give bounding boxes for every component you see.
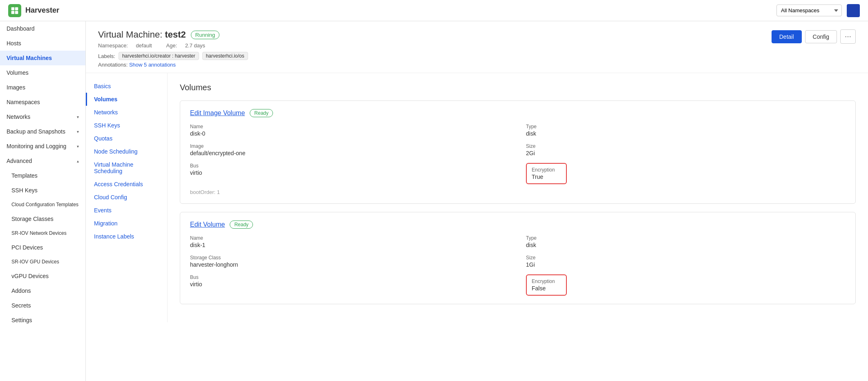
tab-instance-labels[interactable]: Instance Labels [86,230,167,243]
sidebar: Dashboard Hosts Virtual Machines Volumes… [0,21,86,381]
labels-prefix: Labels: [98,53,115,59]
sidebar-item-addons[interactable]: Addons [0,283,85,298]
volume-card-2-header: Edit Volume Ready [190,221,846,229]
labels-row: Labels: harvesterhci.io/creator : harves… [98,52,248,60]
page-header: Virtual Machine: test2 Running Namespace… [86,21,868,73]
tab-menu: Basics Volumes Networks SSH Keys Quotas … [86,73,168,322]
chevron-down-icon: ▾ [77,115,79,119]
main-content: Virtual Machine: test2 Running Namespace… [86,21,868,381]
sidebar-item-backup-snapshots[interactable]: Backup and Snapshots ▾ [0,124,85,139]
sidebar-item-secrets[interactable]: Secrets [0,298,85,313]
more-options-button[interactable]: ⋯ [840,29,856,44]
content-area: Basics Volumes Networks SSH Keys Quotas … [86,73,868,322]
volume-card-2-title[interactable]: Edit Volume [190,221,225,228]
app-body: Dashboard Hosts Virtual Machines Volumes… [0,21,868,381]
field-bus-2: Bus virtio [190,274,510,296]
volumes-title: Volumes [180,83,856,92]
page-header-right: Detail Config ⋯ [772,29,856,44]
volume-card-1-status: Ready [250,109,273,117]
app-logo [8,4,21,17]
detail-button[interactable]: Detail [772,30,802,43]
namespace-label: Namespace: default [98,42,159,49]
tab-vm-scheduling[interactable]: Virtual Machine Scheduling [86,158,167,178]
page-title: Virtual Machine: test2 [98,29,186,40]
topbar-left: Harvester [8,4,59,17]
sidebar-item-sr-iov-network-devices[interactable]: SR-IOV Network Devices [0,226,85,240]
sidebar-item-monitoring-logging[interactable]: Monitoring and Logging ▾ [0,139,85,154]
encryption-highlight-2: Encryption False [526,274,567,296]
sidebar-item-ssh-keys[interactable]: SSH Keys [0,183,85,198]
field-storage-class-2: Storage Class harvester-longhorn [190,255,510,268]
app-title: Harvester [25,6,59,15]
chevron-up-icon: ▴ [77,159,79,163]
show-annotations-link[interactable]: Show 5 annotations [129,62,176,68]
chevron-down-icon: ▾ [77,129,79,134]
page-header-left: Virtual Machine: test2 Running Namespace… [98,29,248,68]
field-name-1: Name disk-0 [190,124,510,137]
volume-card-1: Edit Image Volume Ready Name disk-0 Type… [180,100,856,204]
volume-card-2: Edit Volume Ready Name disk-1 Type disk [180,212,856,304]
sidebar-item-dashboard[interactable]: Dashboard [0,21,85,36]
encryption-highlight-1: Encryption True [526,163,567,184]
annotations-row: Annotations: Show 5 annotations [98,62,248,68]
tab-node-scheduling[interactable]: Node Scheduling [86,145,167,158]
volumes-panel: Volumes Edit Image Volume Ready Name dis… [168,73,868,322]
tab-ssh-keys[interactable]: SSH Keys [86,119,167,132]
tab-basics[interactable]: Basics [86,80,167,93]
field-type-2: Type disk [526,235,846,248]
sidebar-item-templates[interactable]: Templates [0,168,85,183]
volume-card-2-status: Ready [230,221,253,229]
sidebar-item-vgpu-devices[interactable]: vGPU Devices [0,269,85,283]
sidebar-item-storage-classes[interactable]: Storage Classes [0,212,85,226]
svg-rect-2 [11,11,15,14]
svg-rect-3 [15,11,18,14]
label-tag-os: harvesterhci.io/os [202,52,248,60]
sidebar-item-images[interactable]: Images [0,80,85,95]
field-bus-1: Bus virtio [190,163,510,184]
sidebar-item-advanced[interactable]: Advanced ▴ [0,154,85,168]
chevron-down-icon: ▾ [77,144,79,149]
field-name-2: Name disk-1 [190,235,510,248]
config-button[interactable]: Config [805,30,837,43]
sidebar-item-volumes[interactable]: Volumes [0,65,85,80]
volume-card-1-title[interactable]: Edit Image Volume [190,109,245,117]
tab-volumes[interactable]: Volumes [86,93,167,106]
volume-card-1-footer: bootOrder: 1 [190,189,846,195]
sidebar-item-cloud-config-templates[interactable]: Cloud Configuration Templates [0,198,85,212]
tab-events[interactable]: Events [86,204,167,217]
status-badge: Running [191,31,219,39]
topbar: Harvester All Namespaces default kube-sy… [0,0,868,21]
sidebar-item-networks[interactable]: Networks ▾ [0,109,85,124]
sidebar-item-pci-devices[interactable]: PCI Devices [0,240,85,255]
field-size-1: Size 2Gi [526,143,846,156]
tab-cloud-config[interactable]: Cloud Config [86,191,167,204]
sidebar-item-hosts[interactable]: Hosts [0,36,85,51]
field-size-2: Size 1Gi [526,255,846,268]
svg-rect-1 [15,7,18,10]
volume-card-2-grid: Name disk-1 Type disk Storage Class harv… [190,235,846,296]
tab-networks[interactable]: Networks [86,106,167,119]
sidebar-item-settings[interactable]: Settings [0,313,85,328]
tab-migration[interactable]: Migration [86,217,167,230]
sidebar-item-namespaces[interactable]: Namespaces [0,95,85,109]
sidebar-item-virtual-machines[interactable]: Virtual Machines [0,51,85,65]
field-encryption-2: Encryption False [526,274,846,296]
tab-access-credentials[interactable]: Access Credentials [86,178,167,191]
namespace-select[interactable]: All Namespaces default kube-system [776,4,842,16]
page-meta: Namespace: default Age: 2.7 days [98,42,248,49]
field-encryption-1: Encryption True [526,163,846,184]
sidebar-item-sr-iov-gpu-devices[interactable]: SR-IOV GPU Devices [0,255,85,269]
field-image-1: Image default/encrypted-one [190,143,510,156]
age-label: Age: 2.7 days [166,42,212,49]
volume-card-1-grid: Name disk-0 Type disk Image default/encr… [190,124,846,184]
tab-quotas[interactable]: Quotas [86,132,167,145]
topbar-right: All Namespaces default kube-system [776,4,860,17]
label-tag-creator: harvesterhci.io/creator : harvester [119,52,199,60]
volume-card-1-header: Edit Image Volume Ready [190,109,846,117]
page-title-row: Virtual Machine: test2 Running [98,29,248,40]
user-avatar[interactable] [847,4,860,17]
svg-rect-0 [11,7,15,10]
field-type-1: Type disk [526,124,846,137]
